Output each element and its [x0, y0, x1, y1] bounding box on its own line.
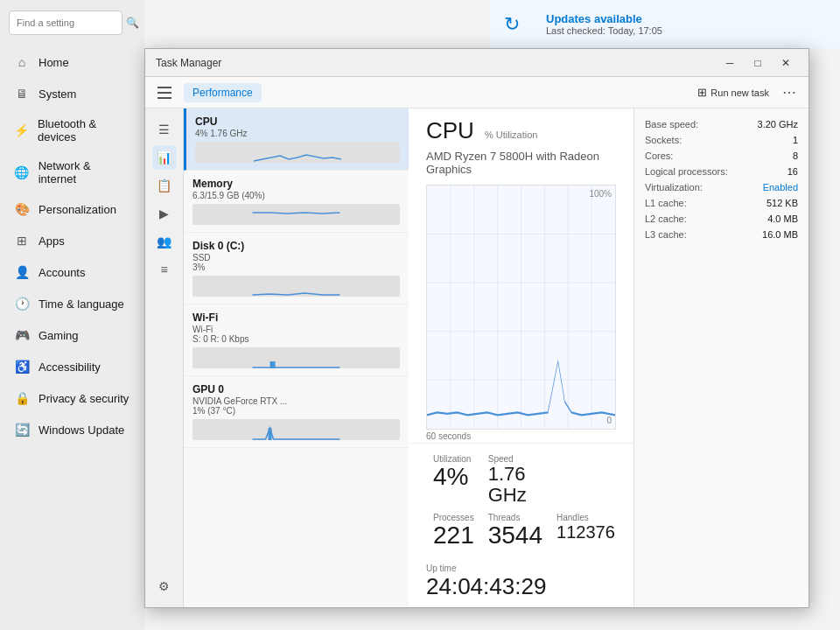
chart-svg	[427, 186, 615, 429]
sidebar-item-home-label: Home	[38, 56, 69, 69]
perf-title: CPU	[426, 117, 474, 144]
processes-value: 221	[433, 522, 474, 550]
sidebar-icon-settings[interactable]: ⚙	[152, 574, 177, 598]
process-wifi-name: Wi-Fi	[192, 312, 400, 324]
sidebar-icon-processes[interactable]: ☰	[152, 117, 177, 142]
memory-mini-chart	[192, 204, 400, 225]
process-gpu-name: GPU 0	[192, 383, 400, 396]
sidebar-icon-users[interactable]: 👥	[152, 229, 177, 254]
updates-area: ↻ Updates available Last checked: Today,…	[490, 0, 840, 48]
threads-stat: Threads 3544	[481, 509, 550, 553]
logical-val: 16	[788, 166, 798, 177]
hamburger-line-2	[158, 92, 172, 94]
sidebar-item-bluetooth-label: Bluetooth & devices	[38, 117, 130, 144]
sidebar-item-time[interactable]: 🕐 Time & language	[4, 289, 141, 318]
sidebar-item-update[interactable]: 🔄 Windows Update	[4, 415, 141, 444]
speed-stat: Speed 1.76 GHz	[481, 451, 550, 509]
more-options-button[interactable]: ⋯	[777, 80, 802, 105]
process-list-panel: CPU 4% 1.76 GHz Memory 6.3/15.9 GB (40%)	[184, 108, 409, 607]
uptime-label: Up time	[426, 564, 616, 573]
system-icon: 🖥	[14, 86, 30, 102]
settings-search-input[interactable]	[9, 10, 122, 35]
process-gpu-detail: NVIDIA GeForce RTX ...1% (37 °C)	[192, 396, 400, 416]
process-cpu-name: CPU	[195, 116, 400, 128]
perf-header: CPU % Utilization	[409, 108, 634, 148]
utilization-value: 4%	[433, 464, 474, 491]
sidebar-item-accessibility-label: Accessibility	[38, 360, 101, 374]
logical-key: Logical processors:	[645, 166, 728, 177]
cpu-info-panel: Base speed: 3.20 GHz Sockets: 1 Cores: 8…	[634, 108, 808, 607]
sidebar-item-gaming[interactable]: 🎮 Gaming	[4, 320, 141, 350]
personalization-icon: 🎨	[14, 201, 30, 217]
apps-icon: ⊞	[14, 233, 30, 248]
sidebar-item-accessibility[interactable]: ♿ Accessibility	[4, 352, 141, 382]
updates-title: Updates available	[546, 12, 662, 25]
sidebar-icon-startup[interactable]: ▶	[152, 201, 177, 226]
run-task-label: Run new task	[710, 88, 769, 98]
sidebar-item-privacy-label: Privacy & security	[38, 392, 129, 405]
l1-val: 512 KB	[766, 198, 798, 208]
gpu-mini-chart	[192, 419, 400, 440]
sidebar-item-accounts[interactable]: 👤 Accounts	[4, 257, 141, 287]
process-disk-name: Disk 0 (C:)	[192, 240, 400, 252]
update-icon: 🔄	[14, 422, 30, 438]
process-memory-detail: 6.3/15.9 GB (40%)	[192, 191, 400, 200]
process-item-disk[interactable]: Disk 0 (C:) SSD3%	[184, 233, 409, 304]
cores-row: Cores: 8	[645, 150, 798, 161]
close-button[interactable]: ✕	[774, 54, 798, 72]
process-item-memory[interactable]: Memory 6.3/15.9 GB (40%)	[184, 171, 409, 233]
sidebar-item-personalization-label: Personalization	[38, 203, 116, 216]
sidebar-icon-history[interactable]: 📋	[152, 173, 177, 198]
run-new-task-button[interactable]: ⊞ Run new task	[690, 81, 777, 103]
accounts-icon: 👤	[14, 264, 30, 280]
l1-key: L1 cache:	[645, 198, 687, 208]
performance-main: CPU % Utilization AMD Ryzen 7 5800H with…	[409, 108, 634, 607]
virtualization-key: Virtualization:	[645, 182, 703, 192]
sidebar-item-network[interactable]: 🌐 Network & internet	[4, 152, 141, 192]
hamburger-menu[interactable]	[152, 80, 177, 105]
l2-row: L2 cache: 4.0 MB	[645, 214, 798, 224]
time-icon: 🕐	[14, 296, 30, 312]
sidebar-item-system[interactable]: 🖥 System	[4, 79, 141, 108]
process-item-wifi[interactable]: Wi-Fi Wi-FiS: 0 R: 0 Kbps	[184, 304, 409, 376]
uptime-section: Up time 24:04:43:29	[409, 560, 634, 607]
l1-row: L1 cache: 512 KB	[645, 198, 798, 208]
accessibility-icon: ♿	[14, 359, 30, 374]
sidebar-item-bluetooth[interactable]: ⚡ Bluetooth & devices	[4, 110, 141, 150]
l3-key: L3 cache:	[645, 229, 687, 240]
cpu-chart: 100% 0	[426, 185, 616, 430]
taskmanager-titlebar: Task Manager ─ □ ✕	[145, 49, 808, 77]
sidebar-icon-performance[interactable]: 📊	[152, 145, 177, 170]
speed-value: 1.76 GHz	[488, 464, 542, 506]
sockets-val: 1	[793, 135, 798, 145]
minimize-button[interactable]: ─	[718, 54, 742, 72]
tab-performance[interactable]: Performance	[184, 83, 262, 102]
updates-spinner-icon: ↻	[504, 9, 536, 40]
privacy-icon: 🔒	[14, 390, 30, 406]
sidebar-item-home[interactable]: ⌂ Home	[4, 47, 141, 77]
sidebar-item-system-label: System	[38, 88, 76, 101]
process-item-cpu[interactable]: CPU 4% 1.76 GHz	[184, 108, 409, 171]
virtualization-row: Virtualization: Enabled	[645, 182, 798, 192]
sidebar-item-time-label: Time & language	[38, 298, 124, 311]
taskmanager-tabs: Performance	[184, 83, 690, 102]
sidebar-icon-details[interactable]: ≡	[152, 257, 177, 282]
l3-row: L3 cache: 16.0 MB	[645, 229, 798, 240]
window-controls: ─ □ ✕	[718, 54, 798, 72]
base-speed-val: 3.20 GHz	[758, 119, 798, 130]
sockets-key: Sockets:	[645, 135, 682, 145]
sidebar-item-personalization[interactable]: 🎨 Personalization	[4, 194, 141, 224]
virtualization-val: Enabled	[763, 182, 798, 192]
bluetooth-icon: ⚡	[14, 122, 29, 138]
taskmanager-title: Task Manager	[156, 57, 221, 69]
sidebar-item-privacy[interactable]: 🔒 Privacy & security	[4, 383, 141, 413]
sidebar-item-apps[interactable]: ⊞ Apps	[4, 226, 141, 256]
process-item-gpu[interactable]: GPU 0 NVIDIA GeForce RTX ...1% (37 °C)	[184, 376, 409, 448]
network-icon: 🌐	[14, 164, 30, 180]
tm-icon-sidebar: ☰ 📊 📋 ▶ 👥 ≡ ⚙	[145, 108, 184, 607]
handles-label: Handles	[556, 513, 615, 522]
perf-subtitle: % Utilization	[485, 130, 538, 140]
settings-nav: ⌂ Home 🖥 System ⚡ Bluetooth & devices 🌐 …	[0, 47, 144, 444]
maximize-button[interactable]: □	[746, 54, 770, 72]
sidebar-item-update-label: Windows Update	[38, 424, 124, 437]
